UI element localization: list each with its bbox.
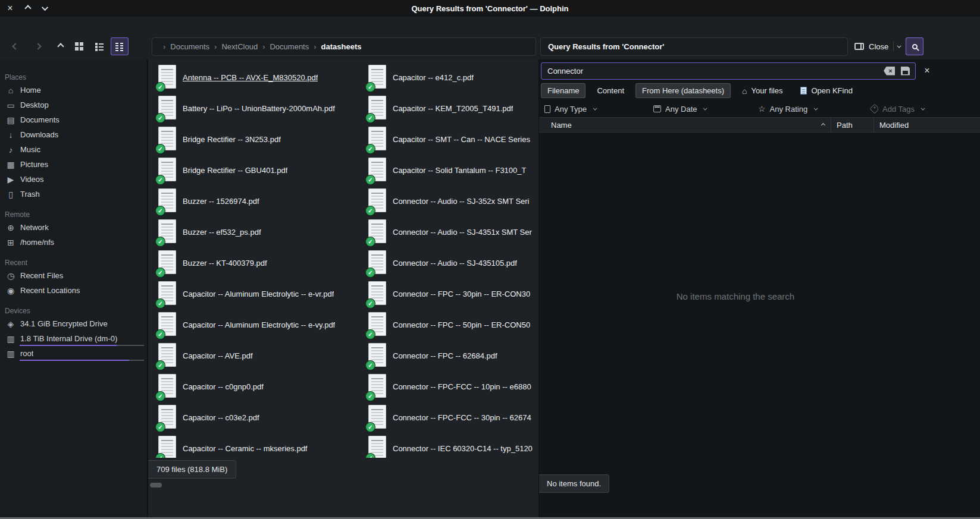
filter-any-rating[interactable]: Any Rating: [758, 104, 871, 114]
search-input[interactable]: [541, 63, 915, 79]
file-item[interactable]: Buzzer -- ef532_ps.pdf: [148, 216, 358, 247]
file-item[interactable]: Connector -- Audio -- SJ-352x SMT Seri: [358, 185, 538, 216]
place-label: Recent Locations: [20, 286, 80, 295]
file-name: Capacitor -- KEM_T2005_T491.pdf: [393, 104, 513, 113]
file-item[interactable]: Connector -- Audio -- SJ-435105.pdf: [358, 247, 538, 278]
sync-ok-emblem-icon: [156, 454, 165, 458]
place-icon: ▥: [5, 349, 17, 358]
column-header-modified[interactable]: Modified: [873, 118, 980, 132]
file-item[interactable]: Capacitor -- SMT -- Can -- NACE Series: [358, 124, 538, 155]
home-icon: [742, 86, 747, 96]
sync-ok-emblem-icon: [156, 268, 165, 277]
places-row[interactable]: ♪ Music: [0, 142, 147, 157]
filter-any-date[interactable]: Any Date: [653, 105, 758, 114]
places-row[interactable]: ◈ 34.1 GiB Encrypted Drive: [0, 316, 147, 331]
file-item[interactable]: Connector -- FPC -- 50pin -- ER-CON50: [358, 309, 538, 340]
breadcrumb-label[interactable]: Documents: [170, 42, 209, 51]
open-kfind-button[interactable]: Open KFind: [794, 83, 859, 98]
file-item[interactable]: Connector -- FPC-FCC -- 10pin -- e6880: [358, 371, 538, 402]
breadcrumb-label[interactable]: Documents: [270, 42, 309, 51]
menu-item[interactable]: [82, 23, 95, 29]
place-label: Recent Files: [20, 271, 63, 280]
places-row[interactable]: ▯ Trash: [0, 187, 147, 202]
close-panel-button[interactable]: Close: [852, 37, 904, 55]
places-row[interactable]: ▦ Pictures: [0, 157, 147, 172]
column-header-name[interactable]: Name: [539, 118, 831, 132]
file-name: Capacitor -- Solid Tantalum -- F3100_T: [393, 166, 526, 175]
file-item[interactable]: Capacitor -- Aluminum Electrolytic -- e-…: [148, 278, 358, 309]
menu-item[interactable]: [17, 23, 30, 29]
menu-item[interactable]: [43, 23, 56, 29]
save-search-icon[interactable]: [901, 67, 910, 76]
file-item[interactable]: Buzzer -- 1526974.pdf: [148, 185, 358, 216]
tab-filename[interactable]: Filename: [541, 83, 586, 98]
file-item[interactable]: Battery -- LiPo -- UnionBattery-2000mAh.…: [148, 93, 358, 124]
compact-view-button[interactable]: [111, 37, 129, 55]
breadcrumb-segment[interactable]: Documents: [158, 42, 209, 51]
search-results-location-bar[interactable]: Query Results from 'Connector': [540, 37, 848, 56]
window-shade-up-icon[interactable]: [24, 4, 32, 12]
places-row[interactable]: ⊞ /home/nfs: [0, 235, 147, 250]
file-item[interactable]: Capacitor -- AVE.pdf: [148, 340, 358, 371]
window-shade-down-icon[interactable]: [42, 4, 50, 12]
file-item[interactable]: Connector -- FPC -- 30pin -- ER-CON30: [358, 278, 538, 309]
places-row[interactable]: ◉ Recent Locations: [0, 283, 147, 298]
file-item[interactable]: Capacitor -- Solid Tantalum -- F3100_T: [358, 155, 538, 185]
places-row[interactable]: ▤ Documents: [0, 112, 147, 127]
file-item[interactable]: Connector -- FPC -- 62684.pdf: [358, 340, 538, 371]
breadcrumb-segment[interactable]: Documents: [258, 42, 309, 51]
file-item[interactable]: Capacitor -- c0gnp0.pdf: [148, 371, 358, 402]
file-item[interactable]: Buzzer -- KT-400379.pdf: [148, 247, 358, 278]
places-row[interactable]: ◷ Recent Files: [0, 268, 147, 283]
scrollbar-handle[interactable]: [150, 483, 162, 487]
breadcrumb-segment[interactable]: NextCloud: [209, 42, 258, 51]
menu-item[interactable]: [30, 23, 43, 29]
up-button[interactable]: [55, 40, 67, 52]
file-item[interactable]: Connector -- IEC 60320-C14 -- typ_5120: [358, 433, 538, 458]
places-row[interactable]: ⊕ Network: [0, 220, 147, 235]
breadcrumb-label[interactable]: datasheets: [321, 42, 362, 51]
tab-from-here[interactable]: From Here (datasheets): [635, 83, 731, 98]
file-item[interactable]: Capacitor -- Aluminum Electrolytic -- e-…: [148, 309, 358, 340]
window-close-icon[interactable]: [6, 4, 14, 12]
file-name: Bridge Rectifier -- GBU401.pdf: [183, 166, 287, 175]
menu-item[interactable]: [56, 23, 69, 29]
file-item[interactable]: Antenna -- PCB -- AVX-E_M830520.pdf: [148, 62, 358, 93]
file-item[interactable]: Connector -- Audio -- SJ-4351x SMT Ser: [358, 216, 538, 247]
search-bar: [541, 62, 935, 80]
places-row[interactable]: ▥ 1.8 TiB Internal Drive (dm-0): [0, 331, 147, 346]
pdf-file-icon: [158, 281, 177, 306]
file-item[interactable]: Capacitor -- KEM_T2005_T491.pdf: [358, 93, 538, 124]
filter-add-tags[interactable]: Add Tags: [871, 105, 925, 114]
file-name: Connector -- FPC-FCC -- 10pin -- e6880: [393, 382, 531, 391]
menu-item[interactable]: [4, 23, 17, 29]
places-row[interactable]: ▥ root: [0, 346, 147, 361]
search-toggle-button[interactable]: [906, 37, 923, 55]
icons-view-button[interactable]: [70, 37, 88, 55]
file-item[interactable]: Bridge Rectifier -- 3N253.pdf: [148, 124, 358, 155]
file-item[interactable]: Bridge Rectifier -- GBU401.pdf: [148, 155, 358, 185]
chevron-down-icon[interactable]: [897, 43, 901, 48]
forward-button[interactable]: [32, 40, 44, 52]
horizontal-scrollbar[interactable]: [150, 483, 537, 487]
places-row[interactable]: ⌂ Home: [0, 83, 147, 97]
file-item[interactable]: Capacitor -- e412_c.pdf: [358, 62, 538, 93]
places-row[interactable]: ▶ Videos: [0, 172, 147, 187]
menu-item[interactable]: [69, 23, 82, 29]
back-button[interactable]: [10, 40, 21, 52]
sort-ascending-icon: [821, 122, 825, 127]
places-row[interactable]: ▭ Desktop: [0, 97, 147, 112]
column-header-path[interactable]: Path: [831, 118, 873, 132]
tab-content[interactable]: Content: [590, 83, 631, 98]
file-item[interactable]: Capacitor -- c03e2.pdf: [148, 402, 358, 433]
file-item[interactable]: Capacitor -- Ceramic -- mkseries.pdf: [148, 433, 358, 458]
file-item[interactable]: Connector -- FPC-FCC -- 30pin -- 62674: [358, 402, 538, 433]
places-row[interactable]: ↓ Downloads: [0, 127, 147, 142]
breadcrumb[interactable]: Documents NextCloud Documents datasheets: [152, 37, 536, 56]
details-view-button[interactable]: [90, 37, 108, 55]
breadcrumb-segment[interactable]: datasheets: [309, 42, 361, 51]
tab-your-files[interactable]: Your files: [735, 83, 789, 99]
breadcrumb-label[interactable]: NextCloud: [221, 42, 258, 51]
filter-any-type[interactable]: Any Type: [544, 105, 653, 114]
close-search-icon[interactable]: [919, 63, 935, 78]
